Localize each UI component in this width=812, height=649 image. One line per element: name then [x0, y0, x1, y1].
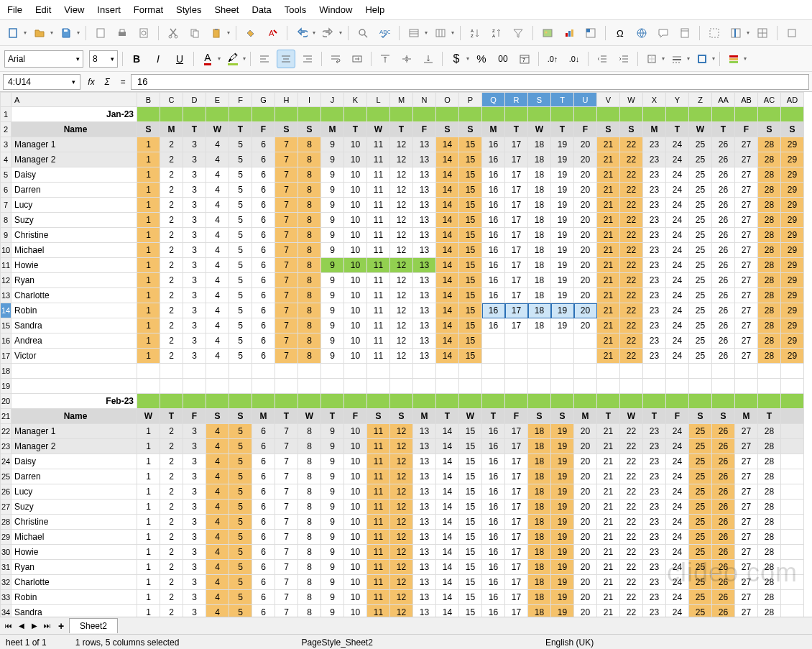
cell[interactable]: 16 [482, 575, 505, 590]
cell[interactable]: 22 [620, 273, 643, 288]
cell[interactable] [574, 349, 597, 364]
cell-reference-input[interactable]: 4:U14▾ [3, 74, 80, 90]
col-header[interactable]: Y [666, 93, 689, 107]
cell[interactable]: 12 [390, 152, 413, 167]
cell[interactable]: 9 [321, 605, 344, 617]
cell[interactable]: 8 [298, 333, 321, 349]
find-icon[interactable] [354, 24, 372, 42]
cell[interactable]: 20 [574, 258, 597, 273]
cell[interactable]: 5 [229, 530, 252, 545]
cell[interactable]: 11 [367, 605, 390, 617]
cell[interactable]: 13 [413, 198, 436, 213]
cell[interactable]: 3 [183, 258, 206, 273]
cell[interactable]: 6 [252, 228, 275, 243]
cell[interactable]: 1 [137, 333, 160, 349]
cell[interactable]: 2 [160, 484, 183, 500]
print-icon[interactable] [114, 24, 131, 42]
cell[interactable]: 26 [712, 439, 735, 454]
cell[interactable]: 27 [735, 198, 758, 213]
cell[interactable]: 2 [160, 349, 183, 364]
cell[interactable]: 21 [597, 575, 620, 590]
cell[interactable]: 22 [620, 500, 643, 515]
cell[interactable]: 1 [137, 515, 160, 530]
undo-icon[interactable] [293, 24, 310, 42]
wrap-text-icon[interactable] [326, 50, 345, 68]
cell[interactable]: 16 [482, 424, 505, 439]
cell[interactable]: 26 [712, 605, 735, 617]
cell[interactable]: 15 [459, 560, 482, 575]
conditional-format-icon[interactable] [724, 50, 743, 68]
cell[interactable]: 4 [206, 530, 229, 545]
cell[interactable]: 1 [137, 575, 160, 590]
cell[interactable]: 24 [666, 469, 689, 484]
cell[interactable]: 24 [666, 258, 689, 273]
cell[interactable]: 13 [413, 545, 436, 560]
cell[interactable]: 17 [505, 500, 528, 515]
cell[interactable]: 19 [551, 303, 574, 318]
cell[interactable]: 9 [321, 590, 344, 605]
cell[interactable]: 6 [252, 500, 275, 515]
cell[interactable]: 26 [712, 183, 735, 198]
cell[interactable]: 9 [321, 303, 344, 318]
col-header[interactable]: K [344, 93, 367, 107]
cell[interactable]: 26 [712, 515, 735, 530]
cell[interactable]: 19 [551, 439, 574, 454]
cell[interactable]: 18 [528, 424, 551, 439]
cell[interactable]: 19 [551, 484, 574, 500]
cell[interactable]: 23 [643, 303, 666, 318]
cell[interactable]: 16 [482, 469, 505, 484]
cell[interactable]: 27 [735, 500, 758, 515]
cell[interactable]: 8 [298, 424, 321, 439]
cell[interactable]: 21 [597, 183, 620, 198]
cell[interactable]: 24 [666, 484, 689, 500]
cell[interactable]: 21 [597, 243, 620, 258]
cell[interactable] [551, 349, 574, 364]
cell[interactable]: 4 [206, 333, 229, 349]
cell[interactable]: 7 [275, 303, 298, 318]
cell[interactable]: 25 [689, 605, 712, 617]
cell[interactable] [781, 515, 804, 530]
cell[interactable] [781, 590, 804, 605]
cell[interactable]: 22 [620, 243, 643, 258]
split-icon[interactable] [754, 24, 771, 42]
cell[interactable]: 24 [666, 545, 689, 560]
cell[interactable]: 14 [436, 288, 459, 303]
cell[interactable]: 12 [390, 228, 413, 243]
cell[interactable]: 26 [712, 258, 735, 273]
cell[interactable]: 29 [781, 167, 804, 183]
cell[interactable]: 12 [390, 605, 413, 617]
cell[interactable]: 18 [528, 273, 551, 288]
cell[interactable]: 22 [620, 137, 643, 152]
cell[interactable]: 22 [620, 288, 643, 303]
cell[interactable]: 5 [229, 228, 252, 243]
cell[interactable]: 3 [183, 333, 206, 349]
col-header[interactable]: C [160, 93, 183, 107]
cell[interactable]: 19 [551, 454, 574, 469]
cell[interactable]: 18 [528, 515, 551, 530]
cell[interactable]: 25 [689, 273, 712, 288]
cell[interactable]: 11 [367, 469, 390, 484]
cell[interactable]: 2 [160, 243, 183, 258]
cell[interactable]: 14 [436, 424, 459, 439]
cell[interactable]: 12 [390, 137, 413, 152]
cell[interactable]: 13 [413, 152, 436, 167]
autofilter-icon[interactable] [509, 24, 527, 42]
cell[interactable]: 26 [712, 273, 735, 288]
cell[interactable]: 17 [505, 198, 528, 213]
cell[interactable]: 21 [597, 198, 620, 213]
freeze-icon[interactable] [727, 24, 744, 42]
cell[interactable]: 1 [137, 167, 160, 183]
cell[interactable]: 23 [643, 545, 666, 560]
currency-icon[interactable]: $ [447, 50, 466, 68]
cell[interactable] [781, 545, 804, 560]
cell[interactable]: 12 [390, 167, 413, 183]
cell[interactable]: 14 [436, 349, 459, 364]
cell[interactable]: 23 [643, 333, 666, 349]
cell[interactable]: 13 [413, 349, 436, 364]
menu-data[interactable]: Data [252, 4, 271, 15]
cell[interactable]: 3 [183, 454, 206, 469]
cell[interactable]: 4 [206, 469, 229, 484]
cell[interactable]: 22 [620, 454, 643, 469]
chart-icon[interactable] [560, 24, 578, 42]
cell[interactable]: 25 [689, 349, 712, 364]
